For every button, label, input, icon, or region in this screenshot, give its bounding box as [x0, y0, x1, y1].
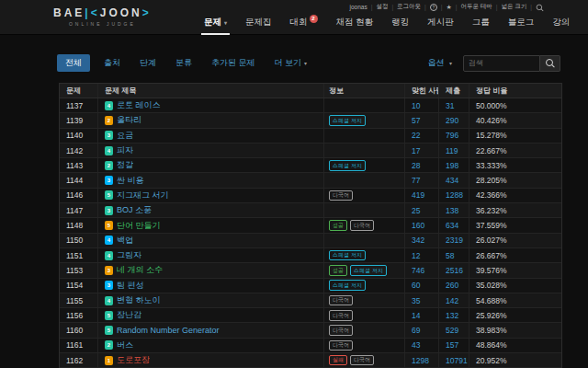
solved-count-link[interactable]: 342	[412, 236, 424, 245]
problem-id: 1150	[66, 236, 83, 245]
solved-count-link[interactable]: 746	[412, 266, 424, 275]
nav-search-link[interactable]	[579, 10, 588, 35]
header-submission-count[interactable]: 제출	[439, 84, 469, 98]
problem-title-link[interactable]: 요금	[117, 130, 133, 142]
main-nav: 문제▾문제집대회2채점 현황랭킹게시판그룹블로그강의	[195, 10, 588, 35]
accuracy-ratio-cell: 28.205%	[469, 173, 561, 187]
nav-problem-set[interactable]: 문제집	[236, 10, 281, 35]
tier-icon: 3	[105, 131, 113, 140]
nav-lectures[interactable]: 강의	[543, 10, 579, 35]
search-input[interactable]	[463, 55, 540, 72]
username-link[interactable]: joonas	[350, 4, 368, 10]
solved-count-link[interactable]: 77	[412, 176, 420, 185]
problem-badge: 다국어	[329, 190, 353, 201]
solved-count-link[interactable]: 12	[412, 251, 420, 260]
submission-count-link[interactable]: 260	[446, 281, 458, 290]
mini-search-icon[interactable]	[537, 5, 542, 10]
options-dropdown[interactable]: 옵션 ▾	[427, 57, 452, 69]
problem-title-link[interactable]: 단어 만들기	[117, 220, 161, 232]
submission-count-cell: 434	[439, 173, 469, 187]
solved-count-link[interactable]: 57	[412, 116, 420, 125]
problem-title-link[interactable]: 울타리	[117, 114, 141, 126]
problem-title-link[interactable]: 정갈	[117, 159, 133, 171]
baekjoon-logo[interactable]: BAE|<JOON> ONLINE JUDGE	[53, 6, 152, 27]
submission-count-link[interactable]: 157	[446, 340, 458, 350]
submission-count-link[interactable]: 10791	[446, 356, 468, 365]
submission-count-link[interactable]: 138	[446, 206, 458, 215]
problem-id: 1146	[66, 190, 83, 200]
nav-group[interactable]: 그룹	[463, 10, 499, 35]
submission-count-link[interactable]: 142	[446, 296, 458, 305]
search-button[interactable]	[540, 55, 560, 72]
problem-table-header: 문제 문제 제목 정보 맞힌 사람 제출 정답 비율	[60, 84, 561, 98]
solved-count-link[interactable]: 160	[412, 221, 424, 230]
problem-title-link[interactable]: 네 개의 소수	[117, 264, 163, 276]
submission-count-link[interactable]: 2319	[446, 236, 463, 245]
problem-title-link[interactable]: 버스	[117, 339, 133, 351]
solved-count-link[interactable]: 69	[412, 326, 420, 335]
solved-count-link[interactable]: 17	[412, 146, 420, 155]
submission-count-link[interactable]: 58	[446, 251, 454, 260]
solved-count-link[interactable]: 28	[412, 161, 420, 170]
tab-category[interactable]: 분류	[170, 54, 198, 72]
problem-id: 1151	[66, 251, 83, 260]
problem-title-link[interactable]: 변형 하노이	[117, 294, 161, 306]
nav-blog[interactable]: 블로그	[499, 10, 544, 35]
tab-more[interactable]: 더 보기▾	[269, 54, 313, 72]
solved-count-link[interactable]: 10	[412, 101, 420, 110]
header-solved-count[interactable]: 맞힌 사람	[405, 84, 439, 98]
submission-count-link[interactable]: 1288	[446, 190, 463, 200]
accuracy-ratio: 50.000%	[476, 101, 507, 110]
separator: |	[530, 4, 532, 10]
problem-title-link[interactable]: Random Number Generator	[117, 326, 220, 335]
header-accuracy-ratio[interactable]: 정답 비율	[469, 84, 561, 98]
solved-count-link[interactable]: 60	[412, 281, 420, 290]
solved-count-link[interactable]: 419	[412, 190, 424, 200]
solved-count-link[interactable]: 1298	[412, 356, 429, 365]
problem-title-link[interactable]: BOJ 소풍	[117, 204, 152, 216]
nav-problems[interactable]: 문제▾	[195, 10, 236, 35]
submission-count-link[interactable]: 31	[446, 101, 454, 110]
nav-status[interactable]: 채점 현황	[327, 10, 383, 35]
submission-count-link[interactable]: 198	[446, 161, 458, 170]
tier-icon: 2	[105, 161, 113, 170]
accuracy-ratio-cell: 26.667%	[469, 248, 561, 262]
submission-count-link[interactable]: 119	[446, 146, 458, 155]
problem-title-link[interactable]: 지그재그 서기	[117, 190, 169, 201]
solved-count-link[interactable]: 43	[412, 340, 420, 350]
submission-count-link[interactable]: 634	[446, 221, 458, 230]
problem-title-link[interactable]: 싼 비용	[117, 175, 144, 187]
problem-title-link[interactable]: 백업	[117, 235, 133, 247]
problem-title-cell: 3네 개의 소수	[98, 263, 324, 277]
nav-item-label: 문제집	[245, 17, 272, 29]
solved-count-link[interactable]: 14	[412, 311, 420, 320]
tier-icon: 3	[105, 206, 113, 215]
nav-ranking[interactable]: 랭킹	[382, 10, 418, 35]
tab-all[interactable]: 전체	[57, 54, 90, 72]
problem-title-link[interactable]: 팀 편성	[117, 280, 144, 292]
tab-level[interactable]: 단계	[134, 54, 162, 72]
problem-id: 1154	[66, 281, 83, 290]
submission-count-link[interactable]: 2516	[446, 266, 463, 275]
problem-title-link[interactable]: 로토 레이스	[117, 99, 161, 111]
problem-title-link[interactable]: 장난감	[117, 309, 141, 321]
problem-title-link[interactable]: 피자	[117, 144, 133, 156]
problem-title-link[interactable]: 도로포장	[117, 354, 150, 366]
problem-title-link[interactable]: 그림자	[117, 249, 141, 261]
problem-title-cell: 3BOJ 소풍	[98, 203, 324, 217]
nav-board[interactable]: 게시판	[418, 10, 463, 35]
nav-contests[interactable]: 대회2	[281, 10, 327, 35]
submission-count-link[interactable]: 132	[446, 311, 458, 320]
tab-added[interactable]: 추가된 문제	[206, 54, 261, 72]
problem-title-cell: 3요금	[98, 129, 324, 143]
submission-count-link[interactable]: 290	[446, 116, 458, 125]
submission-count-link[interactable]: 434	[446, 176, 458, 185]
submission-count-link[interactable]: 529	[446, 326, 458, 335]
problem-id: 1142	[66, 146, 83, 155]
solved-count-link[interactable]: 35	[412, 296, 420, 305]
submission-count-link[interactable]: 796	[446, 131, 458, 140]
submission-count-cell: 260	[439, 279, 469, 293]
tab-source[interactable]: 출처	[98, 54, 126, 72]
solved-count-link[interactable]: 25	[412, 206, 420, 215]
solved-count-link[interactable]: 22	[412, 131, 420, 140]
